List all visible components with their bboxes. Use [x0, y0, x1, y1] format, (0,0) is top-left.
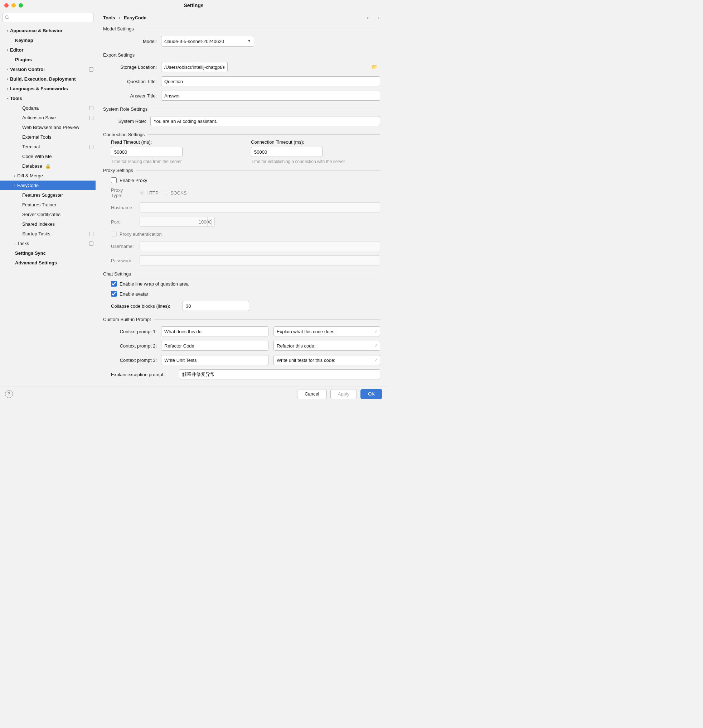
sidebar-item[interactable]: Startup Tasks: [0, 229, 95, 238]
sidebar-item-label: Actions on Save: [22, 115, 56, 120]
forward-icon[interactable]: →: [376, 15, 380, 20]
sidebar-item[interactable]: ›Appearance & Behavior: [0, 26, 95, 35]
exc-input[interactable]: [179, 369, 380, 379]
atitle-label: Answer Title:: [111, 93, 161, 98]
chevron-right-icon: ›: [119, 15, 120, 20]
sidebar-item[interactable]: Code With Me: [0, 152, 95, 161]
section-role: System Role Settings: [103, 106, 147, 112]
model-select[interactable]: claude-3-5-sonnet-20240620: [161, 36, 254, 46]
proxy-auth-label: Proxy authentication: [120, 231, 162, 237]
zoom-icon[interactable]: [19, 3, 23, 7]
host-label: Hostname:: [111, 205, 140, 210]
sidebar-item-label: Build, Execution, Deployment: [10, 76, 75, 82]
chevron-icon: ›: [5, 87, 10, 91]
sidebar-item[interactable]: Actions on Save: [0, 113, 95, 123]
main-panel: Tools › EasyCode ← → Model Settings Mode…: [96, 11, 387, 387]
cp3a-input[interactable]: [161, 355, 268, 365]
apply-button[interactable]: Apply: [330, 389, 357, 399]
sidebar-item[interactable]: Features Trainer: [0, 200, 95, 209]
back-icon[interactable]: ←: [366, 15, 370, 20]
sidebar-item[interactable]: ›Diff & Merge: [0, 171, 95, 181]
model-label: Model:: [111, 39, 161, 44]
sidebar-item[interactable]: Terminal: [0, 142, 95, 152]
help-button[interactable]: ?: [5, 390, 13, 398]
port-input: [140, 217, 215, 227]
cto-input[interactable]: [251, 147, 323, 157]
avatar-checkbox[interactable]: [111, 291, 117, 297]
sidebar-item-label: Database: [22, 163, 42, 169]
search-wrapper: [2, 13, 94, 22]
cp2b-input[interactable]: [274, 341, 380, 351]
sidebar-item[interactable]: Advanced Settings: [0, 258, 95, 268]
cp1a-input[interactable]: [161, 326, 268, 337]
minimize-icon[interactable]: [12, 3, 16, 7]
cto-label: Connection Timeout (ms):: [251, 139, 380, 145]
ok-button[interactable]: OK: [360, 389, 382, 399]
sidebar-item[interactable]: ⌄Tools: [0, 94, 95, 103]
sidebar-item-label: Tools: [10, 96, 22, 101]
sidebar-item-label: Web Browsers and Preview: [22, 125, 79, 130]
wrap-label: Enable line wrap of question area: [120, 281, 189, 287]
sidebar-item[interactable]: External Tools: [0, 132, 95, 142]
proxy-type-label: Proxy Type:: [111, 187, 140, 198]
sidebar-item-label: Editor: [10, 47, 24, 53]
wrap-checkbox[interactable]: [111, 281, 117, 287]
sidebar-item[interactable]: Server Certificates: [0, 209, 95, 219]
sidebar-item-label: Qodana: [22, 105, 39, 111]
sidebar-item[interactable]: ›Version Control: [0, 65, 95, 74]
scope-icon: [89, 241, 94, 246]
sidebar-item[interactable]: Plugins: [0, 55, 95, 65]
sidebar-item[interactable]: ›Tasks: [0, 238, 95, 248]
svg-point-0: [5, 16, 8, 19]
search-input[interactable]: [2, 13, 94, 22]
sidebar-item[interactable]: Settings Sync: [0, 248, 95, 258]
sidebar-item-label: Version Control: [10, 66, 45, 72]
sidebar-item[interactable]: ›Editor: [0, 45, 95, 55]
role-label: System Role:: [111, 118, 150, 124]
user-input: [140, 241, 380, 251]
qtitle-input[interactable]: [161, 76, 380, 86]
section-model: Model Settings: [103, 26, 134, 32]
crumb-tools[interactable]: Tools: [103, 15, 115, 20]
lock-icon: 🔒: [45, 163, 51, 169]
cancel-button[interactable]: Cancel: [297, 389, 326, 399]
sidebar-item-label: Server Certificates: [22, 212, 61, 217]
cp1-label: Context prompt 1:: [111, 329, 161, 334]
sidebar-item[interactable]: Features Suggester: [0, 190, 95, 200]
folder-icon[interactable]: 📁: [372, 64, 377, 69]
titlebar: Settings: [0, 0, 387, 11]
close-icon[interactable]: [4, 3, 9, 7]
storage-input[interactable]: [161, 62, 228, 72]
collapse-label: Collapse code blocks (lines):: [111, 303, 183, 309]
pass-input: [140, 256, 380, 266]
sidebar-item[interactable]: Qodana: [0, 103, 95, 113]
collapse-input[interactable]: [183, 301, 249, 311]
role-input[interactable]: [150, 116, 380, 126]
expand-icon[interactable]: ⤢: [374, 343, 378, 348]
sidebar-item[interactable]: Shared Indexes: [0, 219, 95, 229]
expand-icon[interactable]: ⤢: [374, 357, 378, 363]
sidebar-item-label: Startup Tasks: [22, 231, 50, 237]
proxy-enable-checkbox[interactable]: [111, 177, 117, 183]
cp3b-input[interactable]: [274, 355, 380, 365]
sidebar-item[interactable]: ›EasyCode: [0, 181, 95, 190]
breadcrumb: Tools › EasyCode ← →: [103, 15, 380, 20]
cp1b-input[interactable]: [274, 326, 380, 337]
cp3-label: Context prompt 3:: [111, 358, 161, 363]
sidebar-item-label: Keymap: [15, 38, 33, 43]
sidebar-item[interactable]: ›Languages & Frameworks: [0, 84, 95, 94]
rto-hint: Time for reading data from the server: [111, 159, 240, 164]
port-label: Port:: [111, 219, 140, 225]
rto-input[interactable]: [111, 147, 183, 157]
window-controls: [0, 3, 23, 7]
atitle-input[interactable]: [161, 91, 380, 101]
cp2a-input[interactable]: [161, 341, 268, 351]
sidebar-item-label: Terminal: [22, 144, 40, 149]
sidebar-item[interactable]: Keymap: [0, 35, 95, 45]
expand-icon[interactable]: ⤢: [374, 329, 378, 334]
sidebar-item-label: EasyCode: [17, 183, 39, 188]
sidebar-item[interactable]: Web Browsers and Preview: [0, 123, 95, 132]
sidebar-item[interactable]: Database🔒: [0, 161, 95, 171]
sidebar-item[interactable]: ›Build, Execution, Deployment: [0, 74, 95, 84]
crumb-easycode: EasyCode: [124, 15, 146, 20]
